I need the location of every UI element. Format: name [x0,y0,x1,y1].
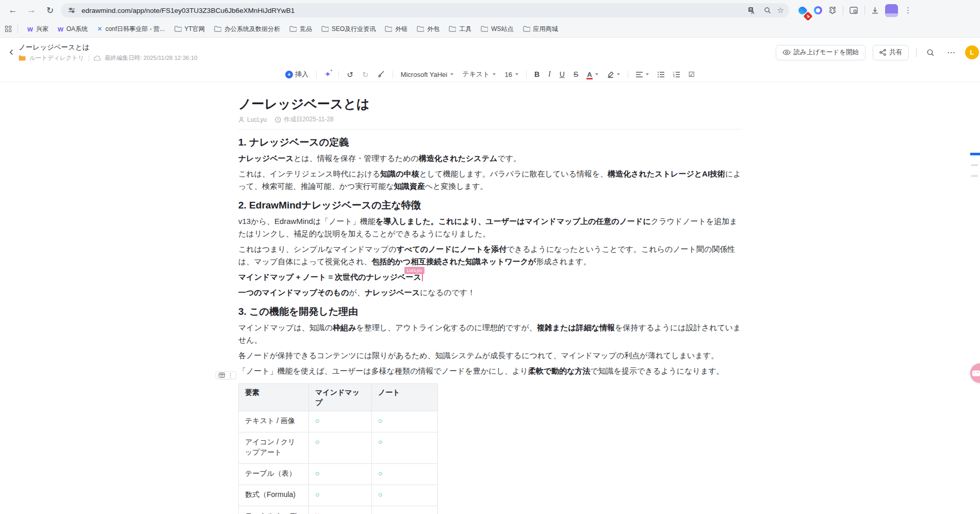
read-aloud-button[interactable]: 読み上げモードを開始 [776,45,865,60]
bookmark-item[interactable]: w兴家 [23,23,53,36]
element-cell[interactable]: 数式（Formula) [239,485,309,506]
numbered-list-button[interactable] [671,69,682,81]
bookmark-item[interactable]: ✕conf日韩事业部 - 营... [93,23,169,36]
mindmap-support-cell[interactable]: ○ [309,432,372,464]
w-logo-icon: w [27,26,33,31]
bold-button[interactable]: B [532,69,542,81]
paragraph[interactable]: v13から、EdrawMindは「ノート」機能を導入しました。これにより、ユーザ… [238,215,742,240]
url-text[interactable]: edrawmind.com/app/note/FS1ey03TU3Z3BCu6J… [81,7,742,14]
bookmark-item[interactable]: YT官网 [170,23,209,36]
paragraph[interactable]: 各ノードが保持できるコンテンツには限りがあるため、知識システムが成長するにつれて… [238,349,742,362]
underline-button[interactable]: U [557,69,567,81]
note-support-cell[interactable]: ○ [372,464,438,485]
note-support-cell[interactable]: ○ [372,485,438,506]
bookmark-item[interactable]: 竞品 [285,23,316,36]
element-cell[interactable]: アイコン / クリップアート [239,432,309,464]
paragraph[interactable]: マインドマップは、知識の枠組みを整理し、アウトライン化するのに理想的ですが、複雑… [238,322,742,346]
section-heading[interactable]: 1. ナレッジベースの定義 [238,136,742,149]
section-heading[interactable]: 2. EdrawMindナレッジベースの主な特徴 [238,199,742,212]
redo-button[interactable]: ↻ [360,69,371,81]
text: マインドマップは、知識の [238,323,333,332]
breadcrumb-folder[interactable]: ルートディレクトリ [29,54,84,62]
extensions-puzzle-icon[interactable] [828,6,837,14]
assistant-extension-icon[interactable] [814,6,822,14]
font-family-select[interactable]: Microsoft YaHei [398,69,456,81]
back-to-list-icon[interactable]: ‹ [8,46,19,59]
bookmark-item[interactable]: wOA系统 [54,23,92,36]
paragraph[interactable]: これは、インテリジェンス時代における知識の中核として機能します。バラバラに散在し… [238,168,742,192]
supported-icon: ○ [315,438,319,446]
bookmark-item[interactable]: 工具 [445,23,476,36]
site-settings-icon[interactable] [66,5,77,16]
chevron-down-icon [595,73,598,75]
bookmark-item[interactable]: SEO及行业资讯 [317,23,380,36]
format-painter-button[interactable] [375,69,387,81]
bookmark-item[interactable]: WS站点 [477,23,517,36]
table-more-icon[interactable]: ⋮ [227,373,233,378]
cloud-sync-icon [94,56,101,61]
translate-extension-icon[interactable]: 4 [796,5,808,16]
back-button[interactable]: ← [5,3,21,18]
bookmark-item[interactable]: 办公系统及数据分析 [210,23,284,36]
element-cell[interactable]: テーブル（表） [239,464,309,485]
translate-icon[interactable] [746,5,758,16]
browser-toolbar: ← → ↻ edrawmind.com/app/note/FS1ey03TU3Z… [0,0,980,21]
element-cell[interactable]: ローカルオーディオ / ビデオ [239,506,309,514]
folder-icon [449,26,456,32]
bookmark-item[interactable]: 应用商城 [519,23,562,36]
font-color-button[interactable]: A [584,69,600,81]
share-button[interactable]: 共有 [873,45,909,60]
folder-icon [385,26,392,32]
side-search-icon[interactable] [850,7,858,14]
note-support-cell[interactable]: ○ [372,506,438,514]
bookmark-item[interactable]: 外包 [413,23,444,36]
task-list-button[interactable]: ☑ [686,69,698,81]
ai-assistant-button[interactable]: ✦ [322,69,334,81]
forward-button[interactable]: → [24,3,39,18]
text-style-select[interactable]: テキスト [460,69,498,81]
paragraph[interactable]: ナレッジベースとは、情報を保存・管理するための構造化されたシステムです。 [238,152,742,165]
undo-button[interactable]: ↺ [344,69,356,81]
table-header-cell[interactable]: 要素 [239,384,309,411]
zoom-icon[interactable] [762,5,773,16]
paragraph[interactable]: 一つのマインドマップそのものが、ナレッジベースになるのです！ [238,286,742,299]
address-bar[interactable]: edrawmind.com/app/note/FS1ey03TU3Z3BCu6J… [61,3,789,18]
highlight-button[interactable] [605,69,623,81]
document-title[interactable]: ノーレッジベースとは [238,95,742,112]
search-icon[interactable] [924,46,937,59]
insert-button[interactable]: + 挿入 [283,69,311,81]
reload-button[interactable]: ↻ [42,3,58,18]
bookmark-item[interactable]: 外链 [381,23,412,36]
note-title[interactable]: ノーレッジベースとは [19,43,198,52]
element-cell[interactable]: テキスト / 画像 [239,411,309,432]
section-heading[interactable]: 3. この機能を開発した理由 [238,305,742,318]
strikethrough-button[interactable]: S [571,69,581,81]
user-avatar[interactable]: L [965,45,979,59]
bullet-list-button[interactable] [655,69,667,81]
paragraph[interactable]: 「ノート」機能を使えば、ユーザーは多様な種類の情報でノードを豊かにし、より柔軟で… [238,365,742,377]
apps-grid-icon[interactable] [5,26,11,32]
mindmap-support-cell[interactable]: ○ [309,485,372,506]
note-support-cell[interactable]: ○ [372,432,438,464]
note-support-cell[interactable]: ○ [372,411,438,432]
font-size-select[interactable]: 16 [502,69,520,81]
more-menu-icon[interactable]: ⋯ [944,46,958,59]
download-icon[interactable] [871,7,879,14]
eye-icon [782,50,791,55]
mindmap-support-cell[interactable]: ○ [309,411,372,432]
bookmark-star-icon[interactable]: ☆ [777,6,784,15]
paragraph[interactable]: マインドマップ + ノート = 次世代のナレッジベースLucLyu [238,271,742,283]
italic-button[interactable]: I [546,69,553,81]
share-icon [879,49,886,56]
breadcrumb: ルートディレクトリ 最終編集日時: 2025/11/28 12:36:10 [19,54,198,62]
align-button[interactable] [633,69,651,81]
mindmap-support-cell[interactable]: × [309,506,372,514]
table-toolbar[interactable]: ⋮ [216,371,236,379]
browser-menu-icon[interactable]: ⋮ [904,6,912,15]
table-header-cell[interactable]: ノート [372,384,438,411]
table-header-cell[interactable]: マインドマップ [309,384,372,411]
table-row: アイコン / クリップアート○○ [239,432,438,464]
paragraph[interactable]: これはつまり、シンプルなマインドマップのすべてのノードにノートを添付できるように… [238,243,742,268]
mindmap-support-cell[interactable]: ○ [309,464,372,485]
profile-avatar[interactable] [885,4,898,17]
